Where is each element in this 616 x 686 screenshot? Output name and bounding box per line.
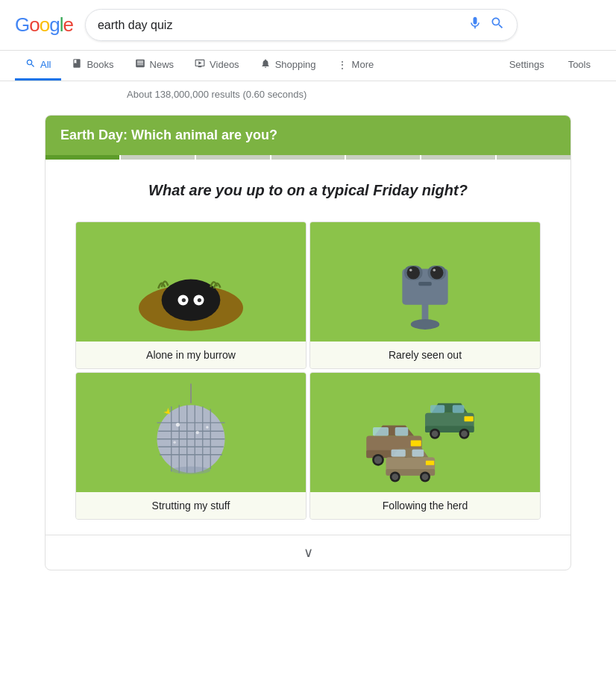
all-icon — [25, 58, 36, 71]
svg-point-5 — [198, 298, 201, 302]
svg-rect-51 — [411, 441, 421, 447]
svg-rect-58 — [392, 450, 406, 457]
answer-herd-label: Following the herd — [310, 492, 540, 519]
answer-rarely-label: Rarely seen out — [310, 342, 540, 368]
answer-herd-image — [310, 373, 540, 492]
nav-settings-group: Settings Tools — [499, 51, 601, 80]
tab-books[interactable]: Books — [61, 51, 124, 81]
tab-more[interactable]: ⋮ More — [327, 51, 385, 81]
quiz-card: Earth Day: Which animal are you? What ar… — [45, 115, 571, 570]
answer-rarely[interactable]: Rarely seen out — [309, 221, 541, 369]
search-bar — [85, 9, 518, 41]
tab-news[interactable]: News — [125, 51, 185, 81]
answer-strutting-image — [76, 373, 306, 492]
tab-videos-label: Videos — [210, 59, 239, 70]
svg-point-31 — [173, 441, 176, 444]
svg-point-30 — [196, 431, 199, 434]
search-input[interactable] — [98, 19, 460, 32]
videos-icon — [195, 58, 205, 71]
tab-shopping-label: Shopping — [275, 59, 316, 70]
answer-rarely-image — [310, 222, 540, 342]
progress-segment-2 — [121, 155, 196, 160]
answer-burrow[interactable]: Alone in my burrow — [75, 221, 307, 369]
svg-point-47 — [374, 456, 383, 465]
tab-all-label: All — [40, 59, 51, 70]
answers-grid: Alone in my burrow — [75, 221, 541, 520]
quiz-header: Earth Day: Which animal are you? — [45, 116, 571, 155]
answer-burrow-label: Alone in my burrow — [76, 342, 306, 368]
books-icon — [72, 58, 82, 71]
tab-tools[interactable]: Tools — [558, 51, 601, 80]
svg-rect-41 — [453, 405, 465, 413]
svg-point-4 — [182, 298, 186, 302]
quiz-footer[interactable]: ∨ — [45, 535, 571, 570]
svg-point-56 — [392, 473, 398, 480]
svg-point-39 — [461, 430, 468, 437]
svg-point-33 — [172, 467, 211, 475]
google-logo[interactable]: Google — [15, 13, 73, 37]
svg-point-38 — [432, 430, 439, 437]
more-icon: ⋮ — [337, 59, 348, 71]
quiz-title: Earth Day: Which animal are you? — [60, 128, 556, 143]
progress-segment-5 — [346, 155, 421, 160]
svg-point-57 — [422, 473, 429, 480]
tab-videos[interactable]: Videos — [184, 51, 250, 81]
svg-point-29 — [176, 423, 180, 427]
svg-point-14 — [409, 269, 412, 272]
tools-label: Tools — [568, 59, 591, 70]
svg-rect-59 — [412, 450, 424, 457]
svg-rect-60 — [426, 461, 434, 465]
svg-rect-50 — [395, 427, 409, 435]
tab-books-label: Books — [87, 59, 113, 70]
svg-rect-42 — [465, 416, 474, 421]
answer-strutting[interactable]: Strutting my stuff — [75, 372, 307, 520]
svg-point-11 — [407, 266, 421, 280]
answer-strutting-label: Strutting my stuff — [76, 492, 306, 519]
header: Google — [0, 0, 616, 51]
tab-more-label: More — [352, 59, 374, 70]
svg-point-12 — [430, 266, 444, 280]
svg-rect-49 — [373, 427, 389, 435]
shopping-icon — [260, 58, 271, 71]
svg-point-7 — [411, 319, 440, 330]
svg-point-15 — [433, 269, 436, 272]
progress-segment-6 — [421, 155, 497, 160]
progress-segment-7 — [497, 155, 571, 160]
tab-shopping[interactable]: Shopping — [250, 51, 327, 81]
news-icon — [135, 58, 145, 71]
answer-burrow-image — [76, 222, 306, 342]
tab-news-label: News — [150, 59, 175, 70]
settings-label: Settings — [509, 59, 544, 70]
svg-point-32 — [206, 426, 209, 429]
microphone-icon[interactable] — [468, 16, 483, 34]
answer-herd[interactable]: Following the herd — [309, 372, 541, 520]
results-count: About 138,000,000 results (0.60 seconds) — [0, 81, 616, 107]
svg-rect-13 — [418, 282, 432, 286]
progress-segment-4 — [271, 155, 347, 160]
tab-all[interactable]: All — [15, 51, 61, 81]
quiz-question: What are you up to on a typical Friday n… — [75, 182, 541, 199]
search-submit-icon[interactable] — [490, 16, 505, 34]
svg-rect-40 — [430, 405, 444, 413]
progress-segment-3 — [196, 155, 271, 160]
chevron-down-icon: ∨ — [304, 544, 313, 561]
nav-tabs: All Books News Videos Shopping ⋮ More Se… — [0, 51, 616, 81]
progress-bar — [45, 155, 571, 160]
tab-settings[interactable]: Settings — [499, 51, 555, 80]
progress-segment-1 — [45, 155, 121, 160]
quiz-body: What are you up to on a typical Friday n… — [45, 160, 571, 535]
